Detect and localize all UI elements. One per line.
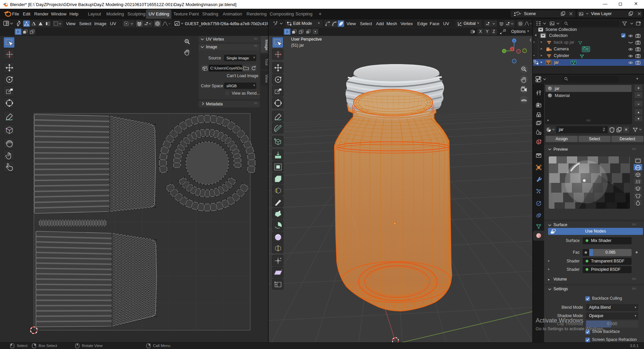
svg-text:Z: Z: [514, 39, 515, 42]
svg-text:X: X: [511, 48, 513, 51]
svg-text:Y: Y: [503, 50, 505, 53]
